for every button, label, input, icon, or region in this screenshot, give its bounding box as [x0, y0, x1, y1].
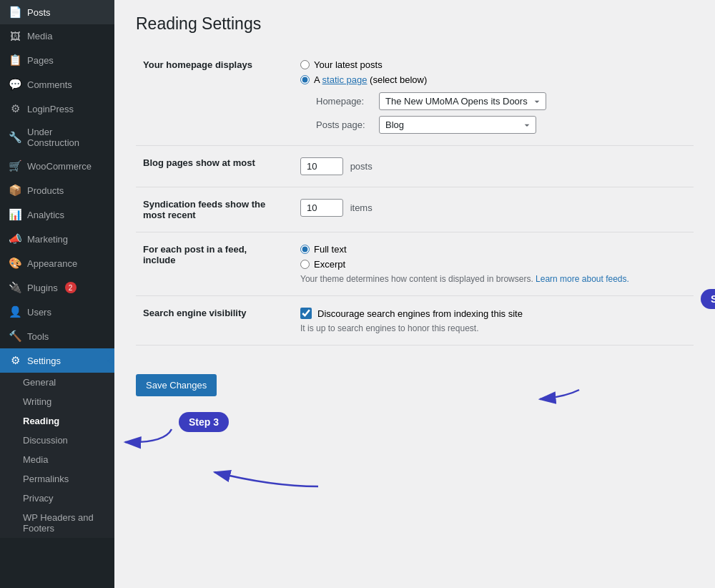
blog-pages-row: Blog pages show at most 10 posts [136, 146, 694, 187]
homepage-latest-row: Your latest posts [300, 59, 686, 70]
feed-label: For each post in a feed, include [136, 232, 293, 296]
under-construction-icon: 🔧 [9, 131, 21, 144]
sidebar-item-settings[interactable]: ⚙ Settings ◄ [0, 348, 114, 373]
visibility-row: Search engine visibility Discourage sear… [136, 296, 694, 346]
settings-arrow-icon: ◄ [106, 356, 114, 366]
sidebar-item-under-construction[interactable]: 🔧 Under Construction [0, 121, 114, 154]
blog-pages-label: Blog pages show at most [136, 146, 293, 187]
visibility-label: Search engine visibility [136, 296, 293, 346]
syndication-suffix: items [350, 202, 373, 213]
comments-icon: 💬 [9, 78, 21, 91]
posts-page-label: Posts page: [316, 119, 373, 130]
visibility-checkbox-label: Discourage search engines from indexing … [317, 308, 523, 319]
sidebar-item-woocommerce[interactable]: 🛒 WooCommerce [0, 154, 114, 178]
save-changes-button[interactable]: Save Changes [136, 374, 217, 396]
marketing-icon: 📣 [9, 232, 21, 245]
sidebar-item-users[interactable]: 👤 Users [0, 300, 114, 324]
woocommerce-icon: 🛒 [9, 160, 21, 172]
settings-icon: ⚙ [9, 354, 21, 367]
sidebar-item-tools[interactable]: 🔨 Tools [0, 324, 114, 348]
visibility-checkbox[interactable] [300, 308, 312, 319]
sidebar-item-marketing[interactable]: 📣 Marketing [0, 227, 114, 251]
submenu-permalinks[interactable]: Permalinks [0, 469, 114, 489]
homepage-static-label: A static page (select below) [314, 74, 427, 85]
static-page-options: Homepage: The New UMoMA Opens its Doors … [316, 92, 686, 134]
feed-help-text: Your theme determines how content is dis… [300, 274, 686, 284]
sidebar-item-products[interactable]: 📦 Products [0, 178, 114, 202]
visibility-help-text: It is up to search engines to honor this… [300, 323, 686, 333]
feed-excerpt-label: Excerpt [314, 259, 345, 270]
submenu-discussion[interactable]: Discussion [0, 431, 114, 450]
posts-page-dropdown[interactable]: Blog [379, 116, 536, 134]
sidebar-item-loginpress[interactable]: ⚙ LoginPress [0, 97, 114, 121]
learn-more-link[interactable]: Learn more about feeds. [536, 274, 629, 284]
feed-fulltext-label: Full text [314, 244, 347, 255]
homepage-dropdown-label: Homepage: [316, 96, 373, 107]
users-icon: 👤 [9, 305, 21, 318]
sidebar-item-pages[interactable]: 📋 Pages [0, 48, 114, 72]
feed-fulltext-radio[interactable] [300, 245, 310, 254]
media-icon: 🖼 [9, 30, 21, 42]
feed-fulltext-row: Full text [300, 244, 686, 255]
visibility-field: Discourage search engines from indexing … [293, 296, 694, 346]
blog-pages-suffix: posts [350, 161, 373, 172]
homepage-options: Your latest posts A static page (select … [293, 48, 694, 146]
syndication-label: Syndication feeds show the most recent [136, 187, 293, 232]
feed-row: For each post in a feed, include Full te… [136, 232, 694, 296]
main-content: Reading Settings Your homepage displays … [114, 0, 715, 588]
submenu-general[interactable]: General [0, 373, 114, 392]
posts-icon: 📄 [9, 6, 21, 19]
loginpress-icon: ⚙ [9, 102, 21, 115]
posts-page-row: Posts page: Blog [316, 116, 686, 134]
analytics-icon: 📊 [9, 208, 21, 221]
static-page-link[interactable]: static page [322, 74, 368, 85]
syndication-input[interactable]: 10 [300, 199, 343, 217]
step2-annotation: Step 2 [701, 289, 715, 309]
syndication-field: 10 items [293, 187, 694, 232]
homepage-label: Your homepage displays [136, 48, 293, 146]
feed-radio-group: Full text Excerpt [300, 244, 686, 270]
sidebar-item-posts[interactable]: 📄 Posts [0, 0, 114, 24]
submenu-privacy[interactable]: Privacy [0, 489, 114, 508]
feed-excerpt-row: Excerpt [300, 259, 686, 270]
pages-icon: 📋 [9, 54, 21, 67]
syndication-row: Syndication feeds show the most recent 1… [136, 187, 694, 232]
homepage-row: Your homepage displays Your latest posts… [136, 48, 694, 146]
submenu-media[interactable]: Media [0, 450, 114, 469]
submenu-writing[interactable]: Writing [0, 392, 114, 411]
homepage-dropdown[interactable]: The New UMoMA Opens its Doors [379, 92, 546, 110]
visibility-checkbox-row: Discourage search engines from indexing … [300, 308, 686, 319]
sidebar-item-analytics[interactable]: 📊 Analytics [0, 202, 114, 227]
plugins-badge: 2 [65, 282, 77, 293]
sidebar-item-appearance[interactable]: 🎨 Appearance [0, 251, 114, 275]
homepage-radio-group: Your latest posts A static page (select … [300, 59, 686, 85]
save-area: Save Changes Step 3 [136, 360, 217, 396]
feed-excerpt-radio[interactable] [300, 260, 310, 269]
settings-table: Your homepage displays Your latest posts… [136, 48, 694, 346]
step3-annotation: Step 3 [179, 412, 229, 432]
submenu-wp-headers[interactable]: WP Headers and Footers [0, 508, 114, 538]
blog-pages-field: 10 posts [293, 146, 694, 187]
homepage-latest-radio[interactable] [300, 60, 310, 69]
homepage-static-row: A static page (select below) [300, 74, 686, 85]
feed-options: Full text Excerpt Your theme determines … [293, 232, 694, 296]
settings-submenu: General Writing Reading Discussion Media… [0, 373, 114, 538]
page-title: Reading Settings [136, 14, 694, 34]
products-icon: 📦 [9, 184, 21, 197]
appearance-icon: 🎨 [9, 257, 21, 270]
sidebar-item-plugins[interactable]: 🔌 Plugins 2 [0, 275, 114, 300]
homepage-static-radio[interactable] [300, 75, 310, 84]
sidebar-item-media[interactable]: 🖼 Media [0, 24, 114, 48]
homepage-dropdown-row: Homepage: The New UMoMA Opens its Doors [316, 92, 686, 110]
tools-icon: 🔨 [9, 330, 21, 343]
sidebar-item-comments[interactable]: 💬 Comments [0, 72, 114, 97]
blog-pages-input[interactable]: 10 [300, 157, 343, 175]
plugins-icon: 🔌 [9, 281, 21, 294]
homepage-latest-label: Your latest posts [314, 59, 383, 70]
sidebar: 📄 Posts 🖼 Media 📋 Pages 💬 Comments ⚙ Log… [0, 0, 114, 588]
submenu-reading[interactable]: Reading [0, 411, 114, 431]
